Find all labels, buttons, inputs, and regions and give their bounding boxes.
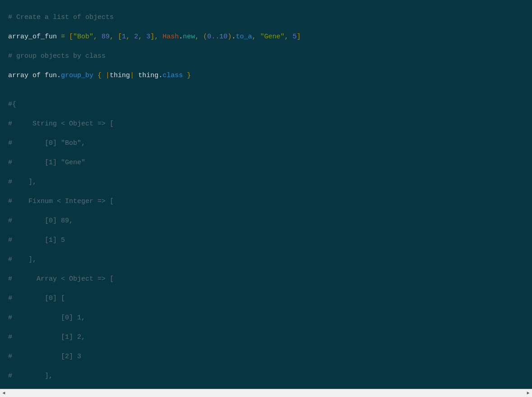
comment-text: # [1] 2,	[8, 333, 85, 341]
code-line: #{	[8, 100, 532, 110]
identifier: of	[28, 72, 45, 79]
comment-text: # Fixnum < Integer => [	[8, 198, 114, 205]
comma: ,	[252, 33, 260, 41]
pipe: |	[130, 72, 134, 79]
comment-text: # Array < Object => [	[8, 275, 114, 283]
comment-text: # group objects by class	[8, 52, 106, 60]
comment-text: # [0] [	[8, 295, 65, 302]
comma: ,	[138, 33, 146, 41]
scrollbar-track[interactable]	[8, 389, 524, 397]
code-line: # [0] [	[8, 294, 532, 304]
comma: ,	[195, 33, 203, 41]
method: class	[162, 72, 183, 79]
comma: ,	[154, 33, 162, 41]
comment-text: # [2] 3	[8, 353, 81, 360]
editor-frame: # Create a list of objects array_of_fun …	[0, 0, 532, 397]
chevron-right-icon: ►	[527, 388, 529, 397]
pipe: |	[106, 72, 110, 79]
number-literal: 89	[102, 33, 110, 41]
scroll-right-button[interactable]: ►	[524, 389, 532, 397]
code-line: # [1] "Gene"	[8, 158, 532, 168]
string-literal: "Bob"	[73, 33, 93, 41]
code-line: # [1] 5	[8, 235, 532, 245]
operator: =	[57, 33, 69, 41]
code-line: array_of_fun = ["Bob", 89, [1, 2, 3], Ha…	[8, 32, 532, 42]
brace: {	[93, 72, 106, 79]
comment-text: # Create a list of objects	[8, 14, 114, 21]
scroll-left-button[interactable]: ◄	[0, 389, 8, 397]
code-line: # [2] 3	[8, 352, 532, 362]
code-line: # ],	[8, 177, 532, 187]
identifier: fun	[45, 72, 57, 79]
comma: ,	[93, 33, 102, 41]
comment-text: # [0] 1,	[8, 314, 85, 322]
code-line: # [0] "Bob",	[8, 138, 532, 148]
paren: (	[203, 33, 207, 41]
identifier: array	[8, 72, 28, 79]
code-line: array of fun.group_by { |thing| thing.cl…	[8, 71, 532, 81]
comma: ,	[110, 33, 118, 41]
comment-text: # [1] 5	[8, 236, 65, 244]
number-literal: 1	[122, 33, 126, 41]
string-literal: "Gene"	[260, 33, 284, 41]
identifier: array_of_fun	[8, 33, 57, 41]
dot: .	[179, 33, 183, 41]
bracket: [	[118, 33, 122, 41]
code-line: # [0] 1,	[8, 313, 532, 323]
range-literal: 0..10	[207, 33, 227, 41]
code-line: # ],	[8, 255, 532, 265]
comment-text: # [0] "Bob",	[8, 139, 85, 147]
chevron-left-icon: ◄	[2, 388, 5, 397]
brace: }	[183, 72, 191, 79]
number-literal: 3	[146, 33, 150, 41]
dot: .	[158, 72, 162, 79]
constant: Hash	[162, 33, 179, 41]
method: group_by	[61, 72, 93, 79]
comment-text: # ],	[8, 256, 37, 263]
comma: ,	[284, 33, 292, 41]
method: to_a	[236, 33, 252, 41]
number-literal: 2	[134, 33, 138, 41]
bracket: ]	[150, 33, 154, 41]
dot: .	[57, 72, 61, 79]
code-line: # String < Object => [	[8, 119, 532, 129]
identifier: thing	[110, 72, 130, 79]
bracket: [	[69, 33, 73, 41]
comment-text: # [0] 89,	[8, 217, 73, 225]
identifier: thing	[134, 72, 158, 79]
comment-text: # ],	[8, 372, 53, 380]
comma: ,	[126, 33, 134, 41]
code-area[interactable]: # Create a list of objects array_of_fun …	[0, 0, 532, 389]
code-line: # Array < Object => [	[8, 274, 532, 284]
code-line: # Fixnum < Integer => [	[8, 197, 532, 207]
horizontal-scrollbar[interactable]: ◄ ►	[0, 389, 532, 397]
code-line: # group objects by class	[8, 51, 532, 61]
comment-text: # ],	[8, 178, 37, 186]
bracket: ]	[296, 33, 301, 41]
paren: )	[227, 33, 231, 41]
code-line: # [1] 2,	[8, 332, 532, 342]
comment-text: #{	[8, 101, 16, 108]
comment-text: # [1] "Gene"	[8, 159, 85, 166]
method: new	[183, 33, 195, 41]
comment-text: # String < Object => [	[8, 120, 114, 128]
code-line: # [0] 89,	[8, 216, 532, 226]
code-line: # Create a list of objects	[8, 13, 532, 23]
code-line: # ],	[8, 371, 532, 381]
